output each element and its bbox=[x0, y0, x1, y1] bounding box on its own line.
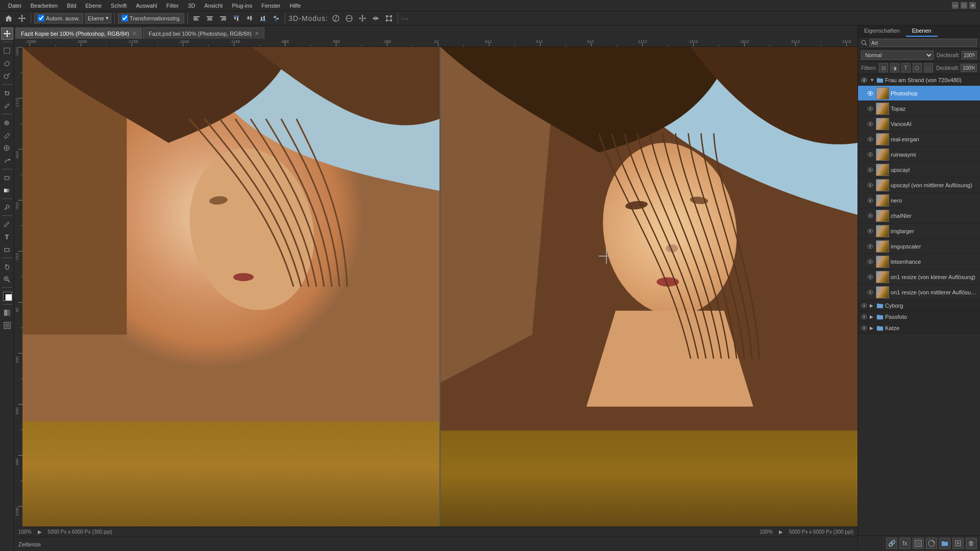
3d-rotate-icon[interactable] bbox=[330, 13, 341, 24]
crop-tool[interactable] bbox=[1, 87, 13, 99]
layer-chainler[interactable]: chaINler bbox=[858, 208, 980, 223]
layer-upscayl[interactable]: upscayl bbox=[858, 162, 980, 178]
pen-tool[interactable] bbox=[1, 218, 13, 230]
menu-item-ebene[interactable]: Ebene bbox=[81, 2, 106, 10]
filter-type-icon[interactable]: T bbox=[901, 63, 911, 72]
3d-roll-icon[interactable] bbox=[344, 13, 355, 24]
marquee-tool[interactable] bbox=[1, 44, 13, 57]
menu-item-filter[interactable]: Filter bbox=[162, 2, 183, 10]
adjustment-button[interactable] bbox=[926, 538, 937, 549]
auto-select-button[interactable]: Autom. ausw. bbox=[34, 13, 83, 23]
layer-vanceai-visibility[interactable] bbox=[866, 120, 874, 128]
layer-nero[interactable]: nero bbox=[858, 193, 980, 208]
link-layers-button[interactable]: 🔗 bbox=[886, 538, 897, 549]
distribute-bottom-icon[interactable] bbox=[257, 13, 268, 24]
3d-slide-icon[interactable] bbox=[370, 13, 381, 24]
layer-imgupscaler[interactable]: imgupscaler bbox=[858, 239, 980, 254]
layer-photoshop-visibility[interactable] bbox=[866, 89, 874, 97]
spot-heal-tool[interactable] bbox=[1, 116, 13, 129]
menu-item-datei[interactable]: Datei bbox=[4, 2, 26, 10]
tab-0[interactable]: Fazit Kopie bei 100% (Photoshop, RGB/8#)… bbox=[15, 28, 142, 39]
tab-1-close[interactable]: ✕ bbox=[255, 31, 259, 36]
align-left-icon[interactable] bbox=[191, 13, 202, 24]
menu-item-bild[interactable]: Bild bbox=[63, 2, 80, 10]
clone-tool[interactable] bbox=[1, 142, 13, 154]
menu-item-fenster[interactable]: Fenster bbox=[257, 2, 284, 10]
lasso-tool[interactable] bbox=[1, 57, 13, 69]
delete-layer-button[interactable]: 🗑 bbox=[966, 538, 977, 549]
layer-on1-small-visibility[interactable] bbox=[866, 273, 874, 281]
menu-item-schrift[interactable]: Schrift bbox=[107, 2, 131, 10]
rpanel-tab-ebenen[interactable]: Ebenen bbox=[906, 26, 938, 37]
layer-on1-mid-visibility[interactable] bbox=[866, 288, 874, 296]
history-brush-tool[interactable] bbox=[1, 155, 13, 167]
blend-mode-select[interactable]: Normal Multiply Screen Overlay bbox=[861, 51, 934, 60]
home-icon[interactable] bbox=[3, 13, 14, 24]
layer-dropdown[interactable]: Ebene ▾ bbox=[85, 13, 111, 23]
layer-upscayl-mid-visibility[interactable] bbox=[866, 181, 874, 189]
more-options[interactable]: ··· bbox=[401, 14, 409, 22]
eraser-tool[interactable] bbox=[1, 171, 13, 184]
mask-button[interactable] bbox=[913, 538, 924, 549]
group-cyborg-visibility[interactable] bbox=[860, 302, 868, 310]
layer-imgupscaler-visibility[interactable] bbox=[866, 242, 874, 251]
group-passfoto-header[interactable]: ▶ Passfoto bbox=[858, 311, 980, 322]
distribute-top-icon[interactable] bbox=[231, 13, 242, 24]
quick-select-tool[interactable] bbox=[1, 70, 13, 82]
menu-item-plugins[interactable]: Plug-ins bbox=[228, 2, 256, 10]
transform-checkbox[interactable] bbox=[121, 15, 128, 21]
layer-letsenhance-visibility[interactable] bbox=[866, 258, 874, 266]
group-frau-am-strand-header[interactable]: ▼ Frau am Strand (von 720x480) bbox=[858, 74, 980, 86]
group-visibility[interactable] bbox=[860, 76, 868, 84]
maximize-button[interactable]: □ bbox=[961, 2, 967, 9]
gradient-tool[interactable] bbox=[1, 184, 13, 196]
3d-scale-icon[interactable] bbox=[383, 13, 395, 24]
menu-item-ansicht[interactable]: Ansicht bbox=[200, 2, 227, 10]
layer-on1-small[interactable]: on1 resize (von kleiner Auflösung) bbox=[858, 269, 980, 285]
layer-ruinwaymi-visibility[interactable] bbox=[866, 151, 874, 159]
opacity-input[interactable] bbox=[962, 51, 977, 59]
group-katze-visibility[interactable] bbox=[860, 324, 868, 332]
align-right-icon[interactable] bbox=[217, 13, 229, 24]
layer-ruinwaymi[interactable]: ruinwaymi bbox=[858, 147, 980, 162]
3d-pan-icon[interactable] bbox=[357, 13, 368, 24]
menu-item-bearbeiten[interactable]: Bearbeiten bbox=[27, 2, 62, 10]
quick-mask-icon[interactable] bbox=[1, 307, 13, 319]
group-passfoto-visibility[interactable] bbox=[860, 313, 868, 321]
layer-nero-visibility[interactable] bbox=[866, 196, 874, 205]
move-options-icon[interactable] bbox=[16, 13, 28, 24]
layer-real-esrgan[interactable]: real-esrgan bbox=[858, 132, 980, 147]
fx-button[interactable]: fx bbox=[899, 538, 911, 549]
layer-upscayl-mid[interactable]: upscayl (von mittlerer Auflösung) bbox=[858, 178, 980, 193]
layer-real-esrgan-visibility[interactable] bbox=[866, 135, 874, 143]
type-tool[interactable]: T bbox=[1, 231, 13, 243]
layer-topaz-visibility[interactable] bbox=[866, 105, 874, 113]
layer-topaz[interactable]: Topaz bbox=[858, 101, 980, 116]
move-tool[interactable] bbox=[1, 28, 13, 40]
tab-1[interactable]: Fazit.psd bei 100% (Photoshop, RGB/8#) ✕ bbox=[143, 28, 264, 39]
canvas-right[interactable] bbox=[440, 47, 857, 527]
fill-input[interactable] bbox=[961, 64, 977, 72]
menu-item-3d[interactable]: 3D bbox=[184, 2, 199, 10]
zoom-tool[interactable] bbox=[1, 273, 13, 285]
screen-mode-icon[interactable] bbox=[1, 319, 13, 332]
filter-adjust-icon[interactable]: ◑ bbox=[890, 63, 899, 72]
tab-0-close[interactable]: ✕ bbox=[132, 31, 136, 36]
filter-shape-icon[interactable]: ⬡ bbox=[913, 63, 922, 72]
layer-chainler-visibility[interactable] bbox=[866, 212, 874, 220]
dodge-tool[interactable] bbox=[1, 201, 13, 213]
layer-letsenhance[interactable]: letsenhance bbox=[858, 254, 980, 269]
menu-item-auswahl[interactable]: Auswahl bbox=[132, 2, 161, 10]
rpanel-tab-eigenschaften[interactable]: Eigenschaften bbox=[858, 26, 906, 37]
filter-smartobj-icon[interactable]: ⬚ bbox=[924, 63, 933, 72]
group-cyborg-header[interactable]: ▶ Cyborg bbox=[858, 300, 980, 311]
group-layers-button[interactable] bbox=[939, 538, 950, 549]
layer-photoshop[interactable]: Photoshop bbox=[858, 86, 980, 101]
layer-on1-mid[interactable]: on1 resize (von mittlerer Auflösung) bbox=[858, 285, 980, 300]
layer-imglarger-visibility[interactable] bbox=[866, 227, 874, 235]
distribute-vert-icon[interactable] bbox=[271, 13, 282, 24]
auto-select-checkbox[interactable] bbox=[38, 15, 44, 21]
transform-button[interactable]: Transformationsstrg. bbox=[118, 13, 184, 23]
canvas-left[interactable] bbox=[22, 47, 439, 527]
layer-imglarger[interactable]: imglarger bbox=[858, 223, 980, 239]
